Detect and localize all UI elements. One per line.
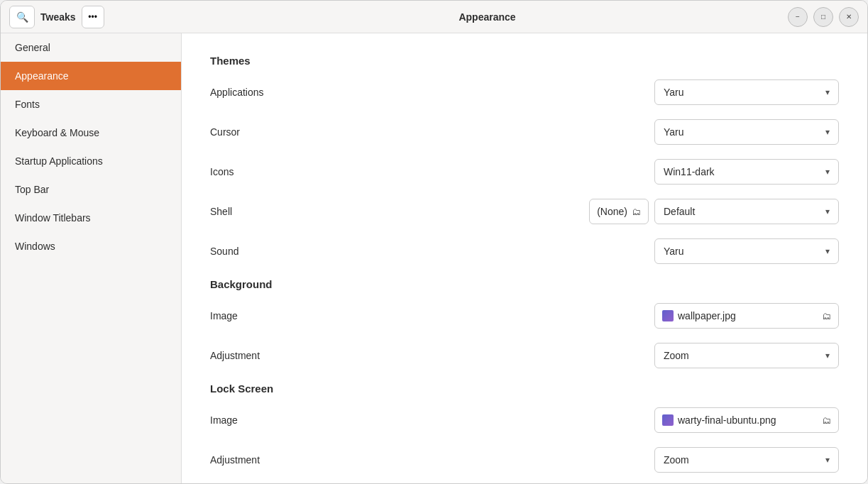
themes-section-title: Themes: [210, 55, 839, 67]
lockscreen-section-title: Lock Screen: [210, 383, 839, 395]
shell-none-value: (None): [597, 206, 627, 217]
sidebar: General Appearance Fonts Keyboard & Mous…: [1, 33, 182, 483]
icons-value: Win11-dark: [664, 166, 715, 177]
minimize-button[interactable]: −: [788, 7, 808, 27]
main-content: Themes Applications Yaru ▾ Cursor Yaru: [182, 33, 867, 483]
search-icon: 🔍: [16, 11, 28, 23]
sidebar-item-fonts[interactable]: Fonts: [1, 90, 181, 119]
sound-label: Sound: [210, 246, 654, 257]
minimize-icon: −: [796, 13, 800, 21]
chevron-down-icon: ▾: [825, 246, 830, 256]
content-area: General Appearance Fonts Keyboard & Mous…: [1, 33, 867, 483]
bg-image-control: wallpaper.jpg 🗂: [654, 303, 839, 329]
applications-dropdown[interactable]: Yaru ▾: [654, 79, 839, 105]
sound-control: Yaru ▾: [654, 238, 839, 264]
bg-adjustment-label: Adjustment: [210, 350, 654, 361]
icons-row: Icons Win11-dark ▾: [210, 159, 839, 185]
ls-image-picker[interactable]: warty-final-ubuntu.png 🗂: [654, 407, 839, 433]
background-section-title: Background: [210, 278, 839, 290]
icons-control: Win11-dark ▾: [654, 159, 839, 185]
sidebar-item-general[interactable]: General: [1, 33, 181, 62]
close-button[interactable]: ✕: [839, 7, 859, 27]
ls-adjustment-value: Zoom: [664, 454, 689, 466]
menu-icon: •••: [88, 12, 97, 22]
cursor-control: Yaru ▾: [654, 119, 839, 145]
cursor-row: Cursor Yaru ▾: [210, 119, 839, 145]
sidebar-item-keyboard-mouse[interactable]: Keyboard & Mouse: [1, 119, 181, 147]
ls-image-control: warty-final-ubuntu.png 🗂: [654, 407, 839, 433]
applications-value: Yaru: [664, 87, 684, 98]
bg-adjustment-row: Adjustment Zoom ▾: [210, 343, 839, 368]
sidebar-item-top-bar[interactable]: Top Bar: [1, 175, 181, 204]
sidebar-item-windows[interactable]: Windows: [1, 232, 181, 260]
chevron-down-icon: ▾: [825, 167, 830, 177]
sidebar-item-appearance[interactable]: Appearance: [1, 62, 181, 90]
ls-adjustment-control: Zoom ▾: [654, 447, 839, 473]
ls-image-filename: warty-final-ubuntu.png: [678, 414, 818, 426]
sidebar-item-startup-applications[interactable]: Startup Applications: [1, 147, 181, 175]
folder-icon: 🗂: [822, 311, 831, 321]
bg-adjustment-value: Zoom: [664, 350, 689, 361]
bg-adjustment-control: Zoom ▾: [654, 343, 839, 368]
ls-image-label: Image: [210, 414, 654, 426]
sidebar-item-window-titlebars[interactable]: Window Titlebars: [1, 204, 181, 232]
chevron-down-icon: ▾: [825, 127, 830, 137]
ls-adjustment-label: Adjustment: [210, 454, 654, 466]
window-controls: − □ ✕: [788, 7, 859, 27]
bg-image-label: Image: [210, 310, 654, 321]
shell-label: Shell: [210, 206, 589, 217]
titlebar: 🔍 Tweaks ••• Appearance − □ ✕: [1, 1, 867, 33]
shell-control: (None) 🗂 Default ▾: [589, 199, 839, 224]
sound-value: Yaru: [664, 246, 684, 257]
chevron-down-icon: ▾: [825, 87, 830, 97]
icons-label: Icons: [210, 166, 654, 177]
bg-image-thumbnail: [662, 310, 674, 321]
shell-row: Shell (None) 🗂 Default ▾: [210, 199, 839, 224]
applications-row: Applications Yaru ▾: [210, 79, 839, 105]
bg-adjustment-dropdown[interactable]: Zoom ▾: [654, 343, 839, 368]
bg-image-row: Image wallpaper.jpg 🗂: [210, 303, 839, 329]
chevron-down-icon: ▾: [825, 207, 830, 216]
shell-dropdown[interactable]: Default ▾: [654, 199, 839, 224]
shell-none-badge[interactable]: (None) 🗂: [589, 199, 649, 224]
chevron-down-icon: ▾: [825, 351, 830, 361]
cursor-value: Yaru: [664, 126, 684, 138]
icons-dropdown[interactable]: Win11-dark ▾: [654, 159, 839, 185]
applications-label: Applications: [210, 87, 654, 98]
titlebar-left: 🔍 Tweaks •••: [9, 6, 187, 28]
applications-control: Yaru ▾: [654, 79, 839, 105]
app-window: 🔍 Tweaks ••• Appearance − □ ✕ General: [0, 0, 868, 484]
chevron-down-icon: ▾: [825, 455, 830, 465]
menu-button[interactable]: •••: [82, 6, 104, 28]
ls-image-thumbnail: [662, 414, 674, 426]
shell-dropdown-value: Default: [664, 206, 695, 217]
maximize-button[interactable]: □: [813, 7, 833, 27]
search-button[interactable]: 🔍: [9, 6, 35, 28]
maximize-icon: □: [821, 13, 825, 21]
window-title: Appearance: [187, 11, 788, 23]
folder-icon: 🗂: [632, 207, 641, 217]
cursor-label: Cursor: [210, 126, 654, 138]
sound-dropdown[interactable]: Yaru ▾: [654, 238, 839, 264]
ls-image-row: Image warty-final-ubuntu.png 🗂: [210, 407, 839, 433]
folder-icon: 🗂: [822, 415, 831, 426]
close-icon: ✕: [846, 13, 852, 21]
bg-image-picker[interactable]: wallpaper.jpg 🗂: [654, 303, 839, 329]
ls-adjustment-row: Adjustment Zoom ▾: [210, 447, 839, 473]
app-name: Tweaks: [40, 11, 76, 23]
bg-image-filename: wallpaper.jpg: [678, 310, 818, 321]
cursor-dropdown[interactable]: Yaru ▾: [654, 119, 839, 145]
ls-adjustment-dropdown[interactable]: Zoom ▾: [654, 447, 839, 473]
sound-row: Sound Yaru ▾: [210, 238, 839, 264]
